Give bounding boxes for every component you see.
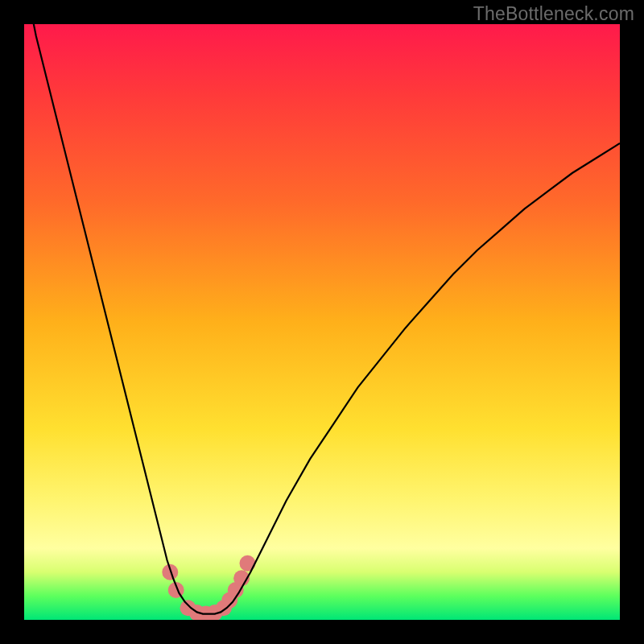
- bottleneck-curve: [24, 24, 620, 614]
- watermark-text: TheBottleneck.com: [473, 3, 634, 25]
- marker-dot: [240, 555, 256, 572]
- curve-layer: [24, 24, 620, 620]
- chart-frame: TheBottleneck.com: [0, 0, 644, 644]
- plot-area: [24, 24, 620, 620]
